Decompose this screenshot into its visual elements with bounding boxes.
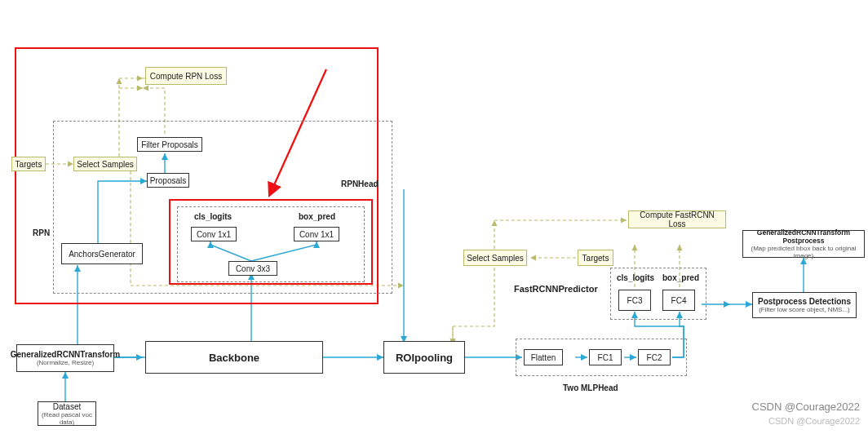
postprocess-transform-box: GeneralizedRCNNTransform Postprocess (Ma… (742, 230, 865, 258)
backbone-box: Backbone (145, 341, 323, 374)
anchors-generator-box: AnchorsGenerator (61, 243, 143, 264)
rpn-select-samples-text: Select Samples (77, 160, 133, 169)
conv-box-text: Conv 1x1 (299, 230, 334, 239)
conv-box-box: Conv 1x1 (294, 227, 339, 241)
postprocess-transform-sub: (Map predicted bbox back to original ima… (745, 245, 862, 259)
transform-sub: (Normalize, Resize) (37, 359, 94, 366)
fc2-text: FC2 (647, 353, 662, 362)
fc3-text: FC3 (627, 296, 643, 305)
watermark-2: CSDN @Courage2022 (768, 416, 860, 426)
twomlp-label: Two MLPHead (563, 383, 618, 392)
box-pred-label: box_pred (299, 212, 335, 221)
fc4-box: FC4 (662, 290, 695, 311)
frp-cls-label: cls_logits (617, 273, 654, 282)
dataset-box: Dataset (Read pascal voc data) (38, 401, 96, 426)
cls-logits-label: cls_logits (194, 212, 232, 221)
targets-box: Targets (11, 157, 46, 171)
rpn-select-samples-box: Select Samples (73, 157, 137, 171)
compute-rpn-loss-box: Compute RPN Loss (145, 67, 227, 85)
flatten-box: Flatten (524, 349, 563, 365)
frp-select-samples-box: Select Samples (463, 250, 527, 266)
transform-text: GeneralizedRCNNTransform (11, 350, 120, 359)
compute-rpn-loss-text: Compute RPN Loss (150, 72, 222, 81)
compute-frcnn-loss-text: Compute FastRCNN Loss (631, 210, 724, 228)
filter-proposals-box: Filter Proposals (137, 137, 202, 152)
frp-targets-text: Targets (582, 254, 609, 263)
compute-frcnn-loss-box: Compute FastRCNN Loss (628, 210, 726, 228)
postprocess-transform-text: GeneralizedRCNNTransform Postprocess (745, 228, 862, 245)
frp-label: FastRCNNPredictor (514, 284, 598, 294)
frp-targets-box: Targets (578, 250, 613, 266)
backbone-text: Backbone (209, 352, 259, 364)
filter-proposals-text: Filter Proposals (141, 140, 197, 149)
roipool-box: ROIpooling (383, 341, 465, 374)
postprocess-detections-box: Postprocess Detections (Filter low score… (752, 292, 857, 318)
fc1-box: FC1 (589, 349, 622, 365)
fc2-box: FC2 (638, 349, 671, 365)
proposals-box: Proposals (147, 173, 189, 188)
dataset-sub: (Read pascal voc data) (40, 411, 94, 426)
fc4-text: FC4 (671, 296, 687, 305)
postprocess-detections-text: Postprocess Detections (758, 297, 851, 306)
flatten-text: Flatten (531, 353, 556, 362)
conv33-text: Conv 3x3 (236, 264, 270, 273)
conv33-box: Conv 3x3 (228, 261, 277, 276)
postprocess-detections-sub: (Filter low score object, NMS...) (759, 306, 850, 313)
conv-cls-box: Conv 1x1 (191, 227, 237, 241)
frp-select-samples-text: Select Samples (467, 254, 523, 263)
watermark-1: CSDN @Courage2022 (752, 401, 860, 413)
rpn-label: RPN (33, 228, 50, 237)
fc3-box: FC3 (618, 290, 651, 311)
anchors-generator-text: AnchorsGenerator (69, 250, 135, 259)
conv-cls-text: Conv 1x1 (197, 230, 231, 239)
dataset-text: Dataset (53, 402, 81, 411)
frp-box-label: box_pred (662, 273, 699, 282)
proposals-text: Proposals (150, 176, 186, 185)
targets-text: Targets (16, 160, 42, 169)
roipool-text: ROIpooling (396, 352, 453, 364)
rpnhead-label: RPNHead (341, 179, 379, 188)
transform-box: GeneralizedRCNNTransform (Normalize, Res… (16, 344, 114, 372)
fc1-text: FC1 (598, 353, 613, 362)
